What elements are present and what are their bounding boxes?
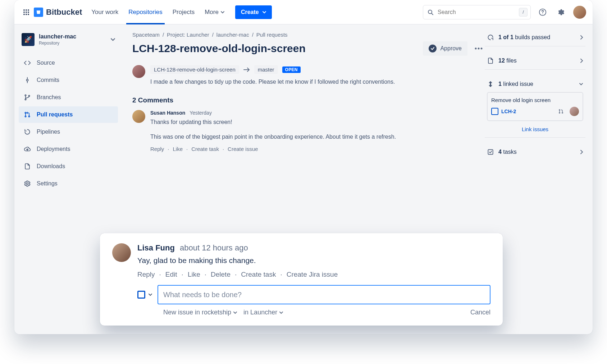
svg-point-23	[559, 110, 560, 111]
branch-icon	[24, 94, 31, 101]
brand[interactable]: Bitbucket	[34, 8, 82, 17]
comment-avatar[interactable]	[132, 110, 145, 123]
issue-parent-picker[interactable]: in Launcher	[243, 309, 283, 316]
link-issues-button[interactable]: Link issues	[487, 126, 583, 132]
chevron-down-icon	[279, 311, 283, 314]
comment-create-issue[interactable]: Create issue	[228, 146, 258, 152]
search-shortcut-badge: /	[519, 8, 528, 17]
cancel-button[interactable]: Cancel	[470, 309, 490, 316]
linked-issues-summary[interactable]: 1 linked issue	[487, 80, 583, 88]
chevron-right-icon	[580, 35, 583, 40]
comment-reply[interactable]: Reply	[137, 271, 155, 278]
files-summary[interactable]: 12 files	[487, 57, 583, 64]
issue-summary-input[interactable]	[158, 285, 490, 304]
more-actions-button[interactable]	[473, 42, 485, 55]
svg-point-11	[542, 13, 543, 14]
brand-name: Bitbucket	[46, 8, 82, 17]
svg-point-8	[28, 14, 29, 15]
sidebar-item-label: Branches	[37, 94, 61, 101]
issue-project-picker[interactable]: New issue in rocketship	[163, 309, 237, 316]
comment-like[interactable]: Like	[188, 271, 200, 278]
svg-point-13	[25, 95, 26, 96]
svg-point-22	[481, 48, 483, 50]
svg-point-20	[475, 48, 477, 50]
create-button[interactable]: Create	[235, 5, 272, 19]
nav-projects[interactable]: Projects	[168, 0, 200, 24]
bitbucket-logo-icon	[34, 8, 43, 17]
nav-your-work[interactable]: Your work	[86, 0, 123, 24]
comment-text: Thanks for updating this screen!	[150, 118, 396, 127]
sidebar-item-downloads[interactable]: Downloads	[19, 158, 118, 175]
comment-edit[interactable]: Edit	[165, 271, 177, 278]
sidebar-item-label: Pull requests	[37, 111, 73, 118]
sidebar-item-branches[interactable]: Branches	[19, 89, 118, 106]
svg-point-15	[28, 95, 29, 96]
comment-delete[interactable]: Delete	[211, 271, 231, 278]
target-branch-chip[interactable]: master	[254, 65, 278, 74]
svg-point-4	[26, 11, 27, 13]
comment-create-jira-issue[interactable]: Create Jira issue	[287, 271, 338, 278]
repo-kind: Repository	[39, 41, 76, 46]
author-avatar[interactable]	[132, 65, 145, 78]
repo-switcher[interactable]: 🚀 launcher-mac Repository	[19, 31, 118, 48]
breadcrumb-item[interactable]: launcher-mac	[216, 32, 249, 38]
comment-like[interactable]: Like	[173, 146, 183, 152]
breadcrumb-item[interactable]: Pull requests	[256, 32, 288, 38]
assignee-avatar[interactable]	[570, 107, 579, 116]
approve-button[interactable]: Approve	[423, 41, 467, 56]
svg-rect-26	[488, 149, 493, 154]
issue-key[interactable]: LCH-2	[501, 109, 516, 114]
issue-type-picker[interactable]	[137, 291, 152, 299]
comment-text: This was one of the biggest pain point i…	[150, 133, 396, 142]
comment: Susan Hanson Yesterday Thanks for updati…	[132, 110, 485, 152]
search-field[interactable]: /	[423, 5, 531, 19]
search-icon	[428, 9, 433, 15]
repo-name: launcher-mac	[39, 33, 76, 40]
sidebar-item-label: Pipelines	[37, 129, 60, 135]
sidebar-item-deployments[interactable]: Deployments	[19, 141, 118, 157]
comment-create-task[interactable]: Create task	[191, 146, 219, 152]
app-switcher-icon[interactable]	[21, 7, 32, 18]
svg-point-19	[27, 183, 28, 185]
search-input[interactable]	[437, 9, 515, 16]
breadcrumb: Spaceteam/ Project: Launcher/ launcher-m…	[132, 32, 485, 38]
settings-icon[interactable]	[554, 6, 567, 18]
comment-create-task[interactable]: Create task	[241, 271, 276, 278]
nav-more[interactable]: More	[200, 0, 229, 24]
breadcrumb-item[interactable]: Spaceteam	[132, 32, 160, 38]
profile-avatar[interactable]	[573, 6, 586, 19]
pull-request-icon	[24, 111, 31, 118]
code-icon	[24, 59, 31, 66]
nav-repositories[interactable]: Repositories	[123, 0, 168, 24]
comment-author[interactable]: Susan Hanson	[150, 110, 185, 116]
comment-reply[interactable]: Reply	[150, 146, 164, 152]
sidebar-item-commits[interactable]: Commits	[19, 72, 118, 88]
sidebar-item-pipelines[interactable]: Pipelines	[19, 124, 118, 140]
builds-summary[interactable]: 1 of 1 builds passed	[487, 34, 583, 41]
sidebar-item-settings[interactable]: Settings	[19, 175, 118, 192]
chevron-right-icon	[580, 58, 583, 63]
breadcrumb-item[interactable]: Project: Launcher	[167, 32, 209, 38]
task-icon	[487, 148, 494, 156]
linked-issue-title: Remove old login screen	[491, 97, 579, 103]
help-icon[interactable]	[537, 6, 549, 18]
svg-point-24	[559, 112, 560, 114]
comments-heading: 2 Comments	[132, 96, 485, 104]
comment-popover: Lisa Fung about 12 hours ago Yay, glad t…	[100, 233, 503, 326]
sidebar-item-source[interactable]: Source	[19, 55, 118, 71]
sidebar-item-label: Settings	[37, 180, 58, 187]
top-nav: Bitbucket Your work Repositories Project…	[14, 0, 593, 24]
source-branch-chip[interactable]: LCH-128-remove-old-login-screen	[150, 65, 239, 74]
gear-icon	[24, 180, 31, 187]
comment-author[interactable]: Lisa Fung	[137, 243, 175, 252]
comment-avatar[interactable]	[112, 243, 131, 262]
sidebar-item-pull-requests[interactable]: Pull requests	[19, 106, 118, 123]
chevron-down-icon	[233, 311, 237, 314]
linked-issue-card[interactable]: Remove old login screen LCH-2	[487, 92, 583, 121]
svg-point-2	[28, 9, 29, 11]
chevron-down-icon	[221, 10, 224, 14]
sidebar-item-label: Commits	[37, 77, 59, 83]
tasks-summary[interactable]: 4 tasks	[487, 148, 583, 156]
pr-state-badge: OPEN	[282, 66, 301, 73]
svg-point-0	[23, 9, 25, 11]
